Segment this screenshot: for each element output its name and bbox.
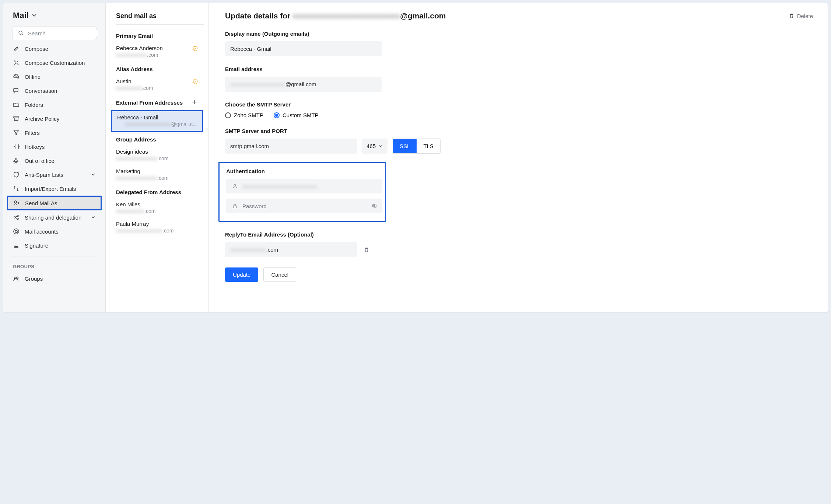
group-entry[interactable]: Design ideas xxxxxxxxxxxxxxxx.com (116, 147, 204, 167)
compose-icon (13, 45, 20, 52)
tls-button[interactable]: TLS (417, 139, 440, 153)
svg-point-7 (17, 218, 18, 220)
nav-import-export[interactable]: Import/Export Emails (3, 182, 105, 196)
lock-icon (231, 203, 238, 209)
nav-conversation[interactable]: Conversation (3, 84, 105, 98)
trash-icon (788, 13, 795, 19)
entry-name: Rebecca - Gmail (117, 114, 198, 120)
chevron-down-icon (91, 215, 96, 220)
chevron-down-icon (32, 13, 37, 18)
auth-password-input[interactable]: Password (226, 199, 382, 213)
archive-icon (13, 115, 20, 122)
alias-heading: Alias Address (116, 66, 204, 72)
authentication-section: Authentication xxxxxxxxxxxxxxxxxxxxxxxxx… (218, 162, 386, 222)
external-entry-selected[interactable]: Rebecca - Gmail xxxxxxxxxxxxxxxxxx@gmail… (111, 110, 203, 132)
entry-name: Ken Miles (116, 201, 204, 207)
send-as-icon (13, 200, 20, 206)
email-input[interactable]: xxxxxxxxxxxxxxxxxxxx@gmail.com (225, 77, 382, 92)
toggle-password-icon[interactable] (371, 203, 377, 209)
nav-compose[interactable]: Compose (3, 45, 105, 56)
update-button[interactable]: Update (225, 267, 258, 282)
primary-email-entry[interactable]: Rebecca Anderson xxxxxxxxxxxx.com (116, 43, 204, 63)
search-input[interactable] (28, 30, 98, 36)
mid-title: Send mail as (116, 12, 204, 25)
entry-name: Design ideas (116, 148, 204, 155)
smtp-host-input[interactable] (225, 139, 357, 154)
search-icon (18, 30, 24, 36)
reply-to-input[interactable]: xxxxxxxxxxxxx.com (225, 242, 357, 257)
delete-button[interactable]: Delete (788, 13, 813, 19)
nav-send-mail-as[interactable]: Send Mail As (7, 196, 102, 210)
nav-mail-accounts[interactable]: Mail accounts (3, 224, 105, 238)
nav-archive-policy[interactable]: Archive Policy (3, 112, 105, 126)
nav-filters[interactable]: Filters (3, 126, 105, 140)
external-heading: External From Addresses (116, 99, 204, 106)
smtp-choice-label: Choose the SMTP Server (225, 101, 813, 108)
verified-icon (192, 79, 198, 85)
svg-line-1 (22, 34, 23, 35)
detail-panel: Update details for xxxxxxxxxxxxxxxxxxxxx… (209, 3, 828, 312)
alias-entry[interactable]: Austin xxxxxxxxxx.com (116, 77, 204, 96)
cancel-button[interactable]: Cancel (263, 267, 296, 282)
send-mail-as-list: Send mail as Primary Email Rebecca Ander… (106, 3, 209, 312)
radio-icon (225, 112, 231, 118)
entry-name: Marketing (116, 168, 204, 174)
divider (12, 256, 97, 256)
chat-icon (13, 87, 20, 94)
nav-signature[interactable]: Signature (3, 238, 105, 252)
nav-hotkeys[interactable]: Hotkeys (3, 140, 105, 154)
port-select[interactable]: 465 (362, 139, 388, 154)
user-icon (231, 183, 238, 189)
auth-label: Authentication (226, 168, 378, 174)
add-external-button[interactable] (192, 99, 198, 106)
svg-point-4 (14, 201, 17, 203)
svg-rect-12 (233, 206, 236, 208)
entry-email: xxxxxxxxxxxxxxxxxx@gmail.c… (117, 121, 198, 127)
entry-email: xxxxxxxxxx.com (116, 85, 204, 91)
nav-folders[interactable]: Folders (3, 98, 105, 112)
server-port-label: SMTP Server and PORT (225, 128, 813, 134)
delegated-entry[interactable]: Paula Murray xxxxxxxxxxxxxxxxxx.com (116, 219, 204, 239)
svg-point-8 (15, 230, 17, 232)
delegated-entry[interactable]: Ken Miles xxxxxxxxxxx.com (116, 200, 204, 219)
search-box[interactable] (12, 26, 97, 40)
brand-selector[interactable]: Mail (3, 3, 105, 26)
nav-sharing[interactable]: Sharing and delegation (3, 210, 105, 224)
transfer-icon (13, 185, 20, 192)
display-name-label: Display name (Outgoing emails) (225, 31, 813, 37)
cloud-off-icon (13, 73, 20, 80)
remove-reply-to-button[interactable] (364, 247, 369, 253)
auth-username-input[interactable]: xxxxxxxxxxxxxxxxxxxxxxxxxxx (226, 179, 382, 193)
entry-email: xxxxxxxxxxx.com (116, 208, 204, 214)
security-toggle: SSL TLS (393, 139, 441, 154)
nav-anti-spam[interactable]: Anti-Spam Lists (3, 168, 105, 182)
svg-rect-3 (14, 117, 19, 118)
group-heading: Group Address (116, 136, 204, 143)
entry-name: Austin (116, 78, 204, 84)
ssl-button[interactable]: SSL (393, 139, 417, 153)
primary-email-heading: Primary Email (116, 33, 204, 39)
nav-list: Compose Compose Customization Offline Co… (3, 45, 105, 312)
at-icon (13, 228, 20, 235)
signature-icon (13, 242, 20, 249)
plane-icon (13, 157, 20, 164)
delegated-heading: Delegated From Address (116, 189, 204, 195)
nav-out-of-office[interactable]: Out of office (3, 154, 105, 168)
display-name-input[interactable] (225, 41, 382, 56)
nav-offline[interactable]: Offline (3, 70, 105, 84)
entry-name: Paula Murray (116, 221, 204, 227)
keyboard-icon (13, 143, 20, 150)
chevron-down-icon (378, 144, 383, 149)
people-icon (13, 275, 20, 282)
folder-icon (13, 101, 20, 108)
entry-email: xxxxxxxxxxxxxxxxxx.com (116, 228, 204, 234)
radio-custom-smtp[interactable]: Custom SMTP (274, 112, 319, 118)
brand-title: Mail (13, 11, 29, 20)
radio-checked-icon (274, 112, 280, 118)
groups-section-label: GROUPS (3, 260, 105, 272)
group-entry[interactable]: Marketing xxxxxxxxxxxxxxxx.com (116, 167, 204, 186)
nav-groups[interactable]: Groups (3, 272, 105, 286)
nav-compose-customization[interactable]: Compose Customization (3, 56, 105, 70)
radio-zoho-smtp[interactable]: Zoho SMTP (225, 112, 263, 118)
entry-email: xxxxxxxxxxxxxxxx.com (116, 155, 204, 161)
